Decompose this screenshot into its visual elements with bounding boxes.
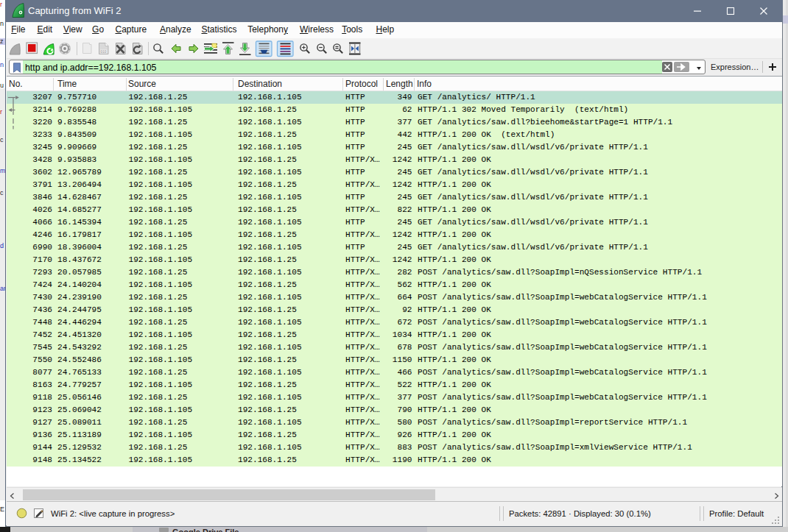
svg-text:010: 010 [100, 50, 107, 54]
